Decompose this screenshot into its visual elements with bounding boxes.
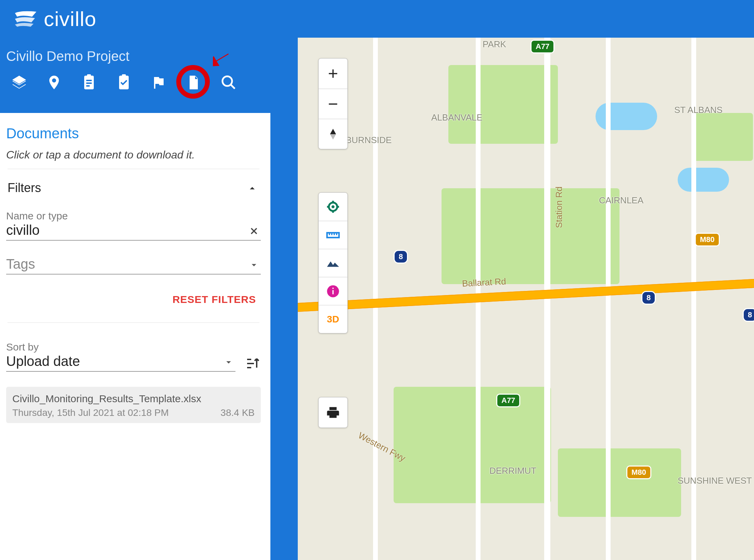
svg-point-3: [332, 205, 335, 208]
document-item[interactable]: Civillo_Monitoring_Results_Template.xlsx…: [6, 387, 261, 423]
map-viewport[interactable]: PARK ALBANVALE ST ALBANS BURNSIDE CAIRNL…: [298, 38, 754, 560]
road-label-ballarat: Ballarat Rd: [462, 276, 506, 289]
documents-button[interactable]: [185, 74, 203, 91]
minus-icon: [326, 97, 340, 111]
three-d-label: 3D: [327, 314, 339, 325]
ruler-icon: [326, 228, 340, 242]
name-filter-value: civillo: [6, 222, 247, 238]
plus-icon: [326, 66, 340, 81]
map-label-burnside: BURNSIDE: [346, 135, 392, 145]
document-date: Thursday, 15th Jul 2021 at 02:18 PM: [12, 407, 169, 418]
map-background: PARK ALBANVALE ST ALBANS BURNSIDE CAIRNL…: [298, 38, 754, 560]
brand-logo[interactable]: civillo: [14, 7, 97, 31]
locate-me-button[interactable]: [319, 193, 347, 221]
3d-toggle-button[interactable]: 3D: [319, 305, 347, 333]
documents-panel: Documents Click or tap a document to dow…: [0, 113, 270, 560]
name-filter-input[interactable]: civillo: [6, 222, 261, 241]
sort-ascending-icon: [244, 355, 261, 372]
marker-button[interactable]: [45, 74, 63, 91]
svg-rect-7: [332, 288, 334, 289]
caret-down-icon: [223, 357, 234, 368]
panel-subtitle: Click or tap a document to download it.: [6, 149, 261, 161]
map-label-stalbans: ST ALBANS: [674, 105, 723, 115]
map-print-controls: [318, 397, 348, 428]
shield-a77-top: A77: [531, 40, 554, 53]
chevron-up-icon: [246, 182, 258, 194]
side-column: Civillo Demo Project: [0, 38, 298, 560]
terrain-icon: [326, 256, 340, 270]
sort-label: Sort by: [6, 341, 235, 353]
filters-heading: Filters: [8, 181, 41, 195]
tags-dropdown-toggle[interactable]: [247, 258, 261, 272]
sort-select[interactable]: Upload date: [6, 354, 235, 372]
shield-m80-bot: M80: [626, 466, 651, 479]
info-button[interactable]: [319, 277, 347, 305]
reset-filters-button[interactable]: RESET FILTERS: [6, 294, 256, 305]
flag-button[interactable]: [150, 74, 168, 91]
pin-icon: [46, 74, 62, 91]
divider: [8, 322, 259, 323]
shield-8-b: 8: [641, 291, 656, 305]
compass-north-icon: [326, 127, 340, 141]
map-zoom-controls: [318, 58, 348, 149]
info-icon: [326, 284, 340, 298]
brand-name: civillo: [44, 7, 97, 31]
printer-icon: [326, 405, 340, 420]
close-icon: [248, 226, 259, 237]
shield-a77-mid: A77: [496, 394, 520, 407]
sort-dropdown-toggle[interactable]: [222, 355, 235, 369]
map-label-sunshine: SUNSHINE WEST: [678, 476, 752, 486]
name-filter-label: Name or type: [6, 210, 261, 222]
name-filter-field: Name or type civillo: [6, 210, 261, 241]
locate-icon: [326, 200, 340, 214]
print-button[interactable]: [319, 397, 347, 428]
terrain-button[interactable]: [319, 249, 347, 277]
zoom-in-button[interactable]: [319, 59, 347, 89]
road-label-station: Station Rd: [554, 187, 564, 228]
tags-placeholder: Tags: [6, 256, 247, 272]
map-tool-controls: 3D: [318, 192, 348, 333]
logo-mark-icon: [14, 10, 38, 27]
tags-filter-select[interactable]: Tags: [6, 256, 261, 275]
svg-rect-6: [332, 290, 334, 294]
app-header: civillo: [0, 0, 754, 38]
layers-button[interactable]: [10, 74, 28, 91]
clipboard-list-icon: [81, 74, 97, 91]
filters-toggle[interactable]: Filters: [6, 169, 261, 205]
project-title: Civillo Demo Project: [0, 38, 298, 70]
sort-value: Upload date: [6, 354, 222, 369]
svg-rect-1: [329, 103, 337, 105]
map-label-cairnlea: CAIRNLEA: [599, 195, 643, 206]
panel-title: Documents: [6, 125, 261, 142]
shield-8-a: 8: [394, 250, 408, 264]
layers-icon: [11, 74, 27, 91]
shield-8-c: 8: [743, 308, 754, 322]
clear-name-button[interactable]: [247, 224, 261, 238]
search-button[interactable]: [220, 74, 238, 91]
reset-north-button[interactable]: [319, 119, 347, 149]
search-icon: [220, 74, 237, 91]
clipboard-button[interactable]: [80, 74, 98, 91]
measure-button[interactable]: [319, 221, 347, 249]
document-size: 38.4 KB: [220, 407, 255, 418]
sort-direction-button[interactable]: [244, 355, 261, 372]
map-label-albanvale: ALBANVALE: [431, 112, 483, 123]
shield-m80-top: M80: [695, 233, 720, 246]
map-label-park: PARK: [483, 39, 506, 50]
caret-down-icon: [248, 259, 259, 270]
project-toolbar: [0, 70, 298, 100]
freeway-paths: [298, 38, 400, 89]
flag-icon: [151, 74, 167, 91]
document-icon: [186, 74, 202, 91]
map-label-derrimut: DERRIMUT: [489, 466, 536, 476]
clipboard-check-icon: [116, 74, 132, 91]
tasks-button[interactable]: [115, 74, 133, 91]
document-name: Civillo_Monitoring_Results_Template.xlsx: [12, 393, 255, 405]
zoom-out-button[interactable]: [319, 89, 347, 119]
